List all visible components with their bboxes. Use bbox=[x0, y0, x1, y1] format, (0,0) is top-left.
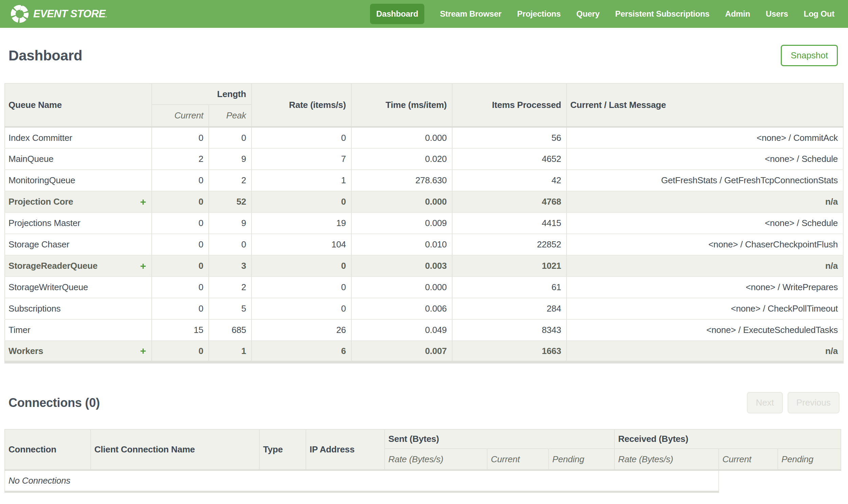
queue-current-cell: 15 bbox=[152, 319, 209, 341]
expand-queue-button[interactable]: + bbox=[140, 345, 146, 357]
queue-message-cell: n/a bbox=[566, 255, 843, 276]
queue-name-cell: MainQueue bbox=[5, 148, 152, 170]
queue-name: StorageReaderQueue bbox=[8, 260, 97, 271]
no-connections-row: No Connections bbox=[5, 470, 841, 492]
queue-items-processed-cell: 4415 bbox=[452, 213, 566, 234]
queue-time-cell: 0.007 bbox=[351, 341, 452, 362]
queue-row-storagereaderqueue: StorageReaderQueue+0300.0031021n/a bbox=[5, 255, 843, 276]
queue-rate-cell: 19 bbox=[252, 213, 351, 234]
queue-row-monitoringqueue: MonitoringQueue021278.63042GetFreshStats… bbox=[5, 170, 843, 191]
col-header-message: Current / Last Message bbox=[566, 84, 843, 127]
queue-row-projection-core: Projection Core+05200.0004768n/a bbox=[5, 191, 843, 213]
logo-trademark-dot: . bbox=[106, 13, 107, 18]
queue-peak-cell: 0 bbox=[209, 234, 252, 255]
col-header-client-connection-name: Client Connection Name bbox=[91, 429, 259, 470]
queue-time-cell: 0.020 bbox=[351, 148, 452, 170]
queues-table-header: Queue Name Length Rate (items/s) Time (m… bbox=[5, 84, 843, 127]
queue-current-cell: 0 bbox=[152, 234, 209, 255]
queue-row-mainqueue: MainQueue2970.0204652<none> / Schedule bbox=[5, 148, 843, 170]
col-header-received-rate: Rate (Bytes/s) bbox=[614, 449, 719, 470]
queue-message-cell: <none> / WritePrepares bbox=[566, 276, 843, 298]
queue-message-cell: <none> / Schedule bbox=[566, 213, 843, 234]
queue-name-cell: Index Committer bbox=[5, 127, 152, 148]
queue-message-cell: <none> / Schedule bbox=[566, 148, 843, 170]
queue-rate-cell: 6 bbox=[252, 341, 351, 362]
queue-name-cell: Subscriptions bbox=[5, 298, 152, 319]
queue-current-cell: 0 bbox=[152, 213, 209, 234]
expand-queue-button[interactable]: + bbox=[140, 196, 146, 208]
queue-row-timer: Timer15685260.0498343<none> / ExecuteSch… bbox=[5, 319, 843, 341]
col-header-ip-address: IP Address bbox=[306, 429, 385, 470]
queue-name-cell: Projection Core+ bbox=[5, 191, 152, 213]
nav-item-log-out[interactable]: Log Out bbox=[804, 4, 834, 24]
queue-name-cell: StorageWriterQueue bbox=[5, 276, 152, 298]
queue-name: MonitoringQueue bbox=[8, 175, 75, 185]
queue-items-processed-cell: 1021 bbox=[452, 255, 566, 276]
queue-peak-cell: 685 bbox=[209, 319, 252, 341]
queue-peak-cell: 1 bbox=[209, 341, 252, 362]
queue-current-cell: 0 bbox=[152, 298, 209, 319]
event-store-logo[interactable]: EVENT STORE. bbox=[10, 4, 107, 23]
nav-item-admin[interactable]: Admin bbox=[725, 4, 750, 24]
queue-rate-cell: 104 bbox=[252, 234, 351, 255]
queue-items-processed-cell: 42 bbox=[452, 170, 566, 191]
queue-time-cell: 0.049 bbox=[351, 319, 452, 341]
circular-arrows-logo-icon bbox=[10, 4, 29, 23]
queue-items-processed-cell: 61 bbox=[452, 276, 566, 298]
col-header-received-bytes: Received (Bytes) bbox=[614, 429, 841, 449]
nav-item-dashboard[interactable]: Dashboard bbox=[370, 4, 424, 24]
queue-items-processed-cell: 284 bbox=[452, 298, 566, 319]
queue-name: Projections Master bbox=[8, 218, 80, 228]
col-header-sent-pending: Pending bbox=[548, 449, 614, 470]
queue-current-cell: 0 bbox=[152, 170, 209, 191]
queues-table: Queue Name Length Rate (items/s) Time (m… bbox=[4, 83, 844, 363]
nav-item-persistent-subscriptions[interactable]: Persistent Subscriptions bbox=[615, 4, 709, 24]
logo-text: EVENT STORE. bbox=[33, 8, 107, 20]
queue-items-processed-cell: 4768 bbox=[452, 191, 566, 213]
queue-row-storage-chaser: Storage Chaser001040.01022852<none> / Ch… bbox=[5, 234, 843, 255]
queue-current-cell: 0 bbox=[152, 276, 209, 298]
snapshot-button[interactable]: Snapshot bbox=[781, 45, 838, 66]
queue-peak-cell: 9 bbox=[209, 148, 252, 170]
no-connections-message: No Connections bbox=[5, 470, 719, 492]
no-connections-row-gap bbox=[719, 470, 841, 492]
nav-item-users[interactable]: Users bbox=[766, 4, 788, 24]
col-header-sent-bytes: Sent (Bytes) bbox=[385, 429, 614, 449]
page-title: Dashboard bbox=[8, 48, 83, 64]
queue-peak-cell: 2 bbox=[209, 170, 252, 191]
queue-message-cell: GetFreshStats / GetFreshTcpConnectionSta… bbox=[566, 170, 843, 191]
queue-peak-cell: 5 bbox=[209, 298, 252, 319]
page-head: Dashboard Snapshot bbox=[8, 45, 838, 66]
queue-name: Index Committer bbox=[8, 133, 72, 143]
queue-name-cell: Storage Chaser bbox=[5, 234, 152, 255]
queue-rate-cell: 1 bbox=[252, 170, 351, 191]
nav-item-stream-browser[interactable]: Stream Browser bbox=[440, 4, 501, 24]
queue-row-subscriptions: Subscriptions0500.006284<none> / CheckPo… bbox=[5, 298, 843, 319]
expand-queue-button[interactable]: + bbox=[140, 260, 146, 272]
queue-message-cell: <none> / ChaserCheckpointFlush bbox=[566, 234, 843, 255]
queue-rate-cell: 7 bbox=[252, 148, 351, 170]
nav-item-query[interactable]: Query bbox=[576, 4, 599, 24]
previous-button[interactable]: Previous bbox=[788, 392, 840, 413]
queue-items-processed-cell: 56 bbox=[452, 127, 566, 148]
queue-name-cell: Timer bbox=[5, 319, 152, 341]
queue-rate-cell: 0 bbox=[252, 191, 351, 213]
queue-current-cell: 0 bbox=[152, 255, 209, 276]
queue-message-cell: n/a bbox=[566, 341, 843, 362]
connections-table-header: Connection Client Connection Name Type I… bbox=[5, 429, 841, 470]
queue-name: Subscriptions bbox=[8, 303, 60, 313]
queue-row-index-committer: Index Committer0000.00056<none> / Commit… bbox=[5, 127, 843, 148]
navbar: EVENT STORE. DashboardStream BrowserProj… bbox=[0, 0, 848, 28]
queue-time-cell: 0.006 bbox=[351, 298, 452, 319]
queue-current-cell: 0 bbox=[152, 341, 209, 362]
queue-rate-cell: 0 bbox=[252, 127, 351, 148]
queue-time-cell: 0.000 bbox=[351, 191, 452, 213]
col-header-rate: Rate (items/s) bbox=[252, 84, 351, 127]
queue-name: MainQueue bbox=[8, 154, 54, 164]
queue-rate-cell: 0 bbox=[252, 255, 351, 276]
queue-name-cell: Projections Master bbox=[5, 213, 152, 234]
nav-item-projections[interactable]: Projections bbox=[517, 4, 561, 24]
nav-menu: DashboardStream BrowserProjectionsQueryP… bbox=[370, 4, 834, 24]
queue-time-cell: 0.000 bbox=[351, 127, 452, 148]
next-button[interactable]: Next bbox=[747, 392, 782, 413]
